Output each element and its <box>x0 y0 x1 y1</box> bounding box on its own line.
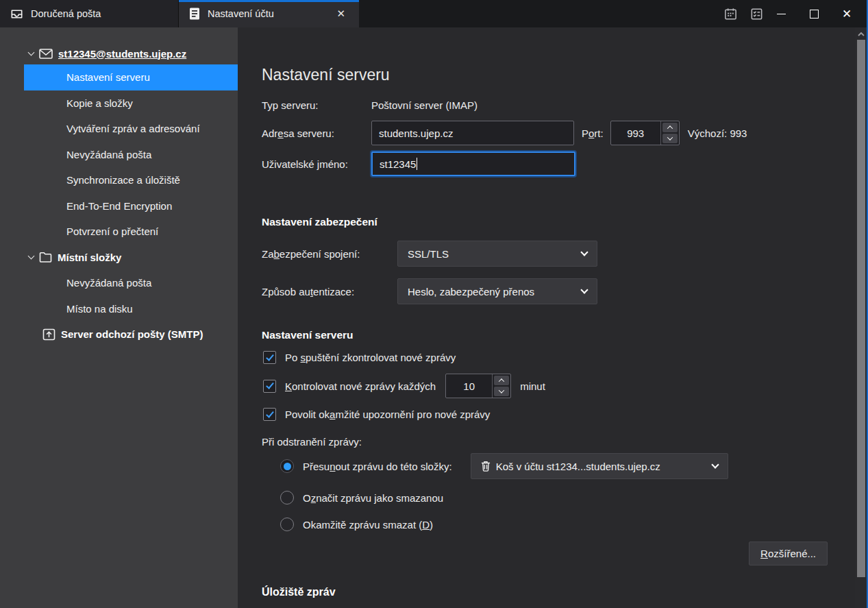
port-value: 993 <box>611 127 660 139</box>
window-close-button[interactable]: ✕ <box>842 9 852 19</box>
check-interval-input[interactable]: 10 <box>445 374 511 398</box>
connection-security-label: Zabezpečení spojení: <box>262 248 397 260</box>
server-section-title: Nastavení serveru <box>262 329 828 341</box>
tab-inbox-label: Doručená pošta <box>31 8 169 19</box>
spin-down-icon[interactable] <box>494 387 509 396</box>
mark-deleted-row[interactable]: Označit zprávu jako smazanou <box>280 491 828 504</box>
window-maximize-button[interactable] <box>809 9 819 19</box>
checkmark-icon <box>266 409 274 417</box>
sidebar-account-header[interactable]: st12345@students.ujep.cz <box>0 42 238 64</box>
spin-up-icon[interactable] <box>662 123 678 132</box>
trash-icon <box>481 461 491 472</box>
delete-section-label: Při odstranění zprávy: <box>262 436 828 448</box>
check-interval-row[interactable]: Kontrolovat nové zprávy každých 10 minut <box>263 374 828 398</box>
account-settings-icon <box>188 7 201 21</box>
sidebar-item-composition-addressing[interactable]: Vytváření zpráv a adresování <box>0 116 238 142</box>
tab-bar: Doručená pošta Nastavení účtu ✕ <box>0 0 867 27</box>
thunderbird-window: { "colors": { "accent": "#1f90ff", "tab_… <box>0 0 868 608</box>
chevron-down-icon <box>711 461 719 468</box>
allow-notifications-checkbox[interactable] <box>263 408 276 421</box>
sidebar-item-copies-folders[interactable]: Kopie a složky <box>0 90 238 117</box>
check-interval-label: Kontrolovat nové zprávy každých <box>285 380 436 392</box>
move-to-folder-label: Přesunout zprávu do této složky: <box>303 461 452 472</box>
check-on-startup-row[interactable]: Po spuštění zkontrolovat nové zprávy <box>263 351 828 364</box>
mark-deleted-label: Označit zprávu jako smazanou <box>303 492 443 504</box>
mark-deleted-radio[interactable] <box>280 491 294 504</box>
port-default-label: Výchozí: 993 <box>688 127 747 139</box>
chevron-down-icon[interactable] <box>28 49 35 56</box>
tab-account-settings-label: Nastavení účtu <box>208 8 320 19</box>
sidebar-item-server-settings[interactable]: Nastavení serveru <box>24 64 238 90</box>
check-on-startup-checkbox[interactable] <box>263 351 276 364</box>
server-address-value: students.ujep.cz <box>379 127 453 139</box>
inbox-icon <box>10 7 24 21</box>
titlebar-drag-area <box>359 0 723 27</box>
vertical-scrollbar[interactable] <box>855 27 867 608</box>
auth-method-label: Způsob autentizace: <box>262 286 397 297</box>
server-type-row: Typ serveru: Poštovní server (IMAP) <box>262 99 828 111</box>
username-label: Uživatelské jméno: <box>262 158 371 170</box>
server-type-value: Poštovní server (IMAP) <box>371 99 478 111</box>
text-caret <box>417 158 417 170</box>
sidebar-item-local-junk[interactable]: Nevyžádaná pošta <box>0 270 238 296</box>
check-interval-checkbox[interactable] <box>263 380 276 393</box>
tab-account-settings[interactable]: Nastavení účtu ✕ <box>179 0 359 27</box>
envelope-icon <box>39 49 53 59</box>
security-section-title: Nastavení zabezpečení <box>262 216 828 228</box>
trash-folder-select[interactable]: Koš v účtu st1234...students.ujep.cz <box>471 453 728 479</box>
allow-notifications-row[interactable]: Povolit okamžité upozornění pro nové zpr… <box>263 408 828 421</box>
auth-method-value: Heslo, zabezpečený přenos <box>408 286 582 297</box>
port-label: Port: <box>582 127 604 139</box>
sidebar-item-junk[interactable]: Nevyžádaná pošta <box>0 142 238 168</box>
username-input[interactable]: st12345 <box>371 151 575 176</box>
sidebar-item-e2e-encryption[interactable]: End-To-End Encryption <box>0 193 238 219</box>
server-address-input[interactable]: students.ujep.cz <box>371 121 574 145</box>
close-tab-icon[interactable]: ✕ <box>332 6 349 21</box>
port-input[interactable]: 993 <box>610 121 680 145</box>
sidebar-smtp-server[interactable]: Server odchozí pošty (SMTP) <box>0 321 238 348</box>
sidebar-local-folders-header[interactable]: Místní složky <box>0 245 238 271</box>
smtp-label: Server odchozí pošty (SMTP) <box>61 328 203 340</box>
scrollbar-thumb[interactable] <box>857 40 865 577</box>
chevron-down-icon <box>580 248 588 256</box>
window-minimize-button[interactable] <box>776 9 786 19</box>
delete-immediately-row[interactable]: Okamžitě zprávu smazat (D) <box>280 518 828 531</box>
tab-inbox[interactable]: Doručená pošta <box>0 0 179 27</box>
folder-icon <box>39 252 52 263</box>
calendar-icon[interactable] <box>723 6 738 21</box>
connection-security-value: SSL/TLS <box>408 248 582 260</box>
username-value: st12345 <box>380 158 416 170</box>
spin-down-icon[interactable] <box>662 134 678 143</box>
scrollbar-up-icon[interactable] <box>858 32 865 37</box>
checkmark-icon <box>266 380 274 389</box>
server-type-label: Typ serveru: <box>262 99 371 111</box>
tasks-icon[interactable] <box>749 6 764 21</box>
server-address-row: Adresa serveru: students.ujep.cz Port: 9… <box>262 121 828 145</box>
check-on-startup-label: Po spuštění zkontrolovat nové zprávy <box>285 352 456 363</box>
storage-section-title: Úložiště zpráv <box>262 586 828 598</box>
delete-immediately-radio[interactable] <box>280 518 294 531</box>
interval-spinner <box>492 374 510 398</box>
account-name[interactable]: st12345@students.ujep.cz <box>58 48 186 60</box>
move-to-folder-row[interactable]: Přesunout zprávu do této složky: Koš v ú… <box>280 453 828 479</box>
advanced-button[interactable]: Rozšířené... <box>749 542 828 566</box>
smtp-icon <box>42 328 55 341</box>
auth-method-row: Způsob autentizace: Heslo, zabezpečený p… <box>262 278 828 304</box>
server-address-label: Adresa serveru: <box>262 127 371 139</box>
chevron-down-icon[interactable] <box>28 252 35 259</box>
connection-security-select[interactable]: SSL/TLS <box>397 241 597 267</box>
checkmark-icon <box>266 352 274 361</box>
auth-method-select[interactable]: Heslo, zabezpečený přenos <box>397 278 597 304</box>
sidebar-item-disk-space[interactable]: Místo na disku <box>0 296 238 322</box>
radio-dot <box>284 463 291 470</box>
allow-notifications-label: Povolit okamžité upozornění pro nové zpr… <box>285 409 490 420</box>
sidebar-item-sync-storage[interactable]: Synchronizace a úložiště <box>0 167 238 193</box>
sidebar-item-return-receipts[interactable]: Potvrzení o přečtení <box>0 219 238 245</box>
spin-up-icon[interactable] <box>494 376 509 385</box>
chevron-down-icon <box>580 286 588 293</box>
check-interval-suffix: minut <box>520 380 545 392</box>
local-folders-label: Místní složky <box>58 252 121 263</box>
check-interval-value: 10 <box>446 380 492 392</box>
connection-security-row: Zabezpečení spojení: SSL/TLS <box>262 241 828 267</box>
move-to-folder-radio[interactable] <box>280 459 294 473</box>
